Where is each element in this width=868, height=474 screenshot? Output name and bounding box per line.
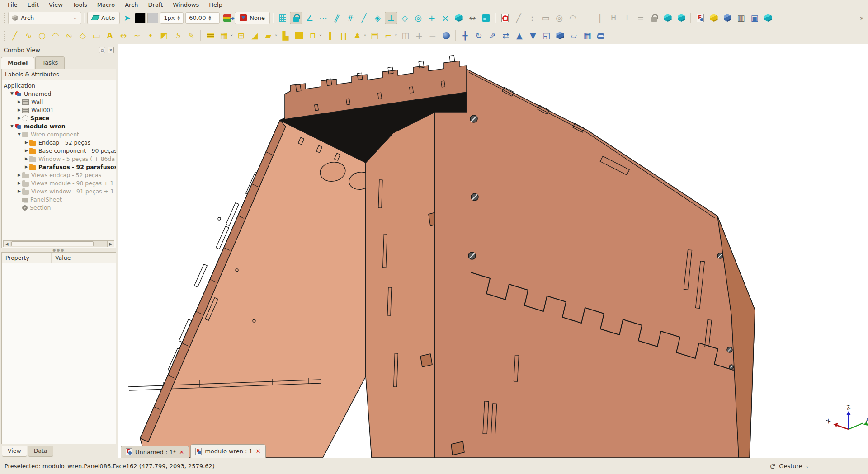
view-isometric-button[interactable] xyxy=(661,12,674,24)
snap-intersection-button[interactable]: + xyxy=(425,12,438,24)
menu-view[interactable]: View xyxy=(44,0,68,9)
property-column-header[interactable]: Property xyxy=(2,253,52,263)
snap-special-button[interactable]: ◈ xyxy=(371,12,384,24)
tree-item-panelsheet[interactable]: PanelSheet xyxy=(2,195,116,203)
menu-windows[interactable]: Windows xyxy=(168,0,204,9)
view-group-blue-button[interactable] xyxy=(721,12,734,24)
3d-model-canvas[interactable]: X Y Z xyxy=(118,44,868,458)
menu-arch[interactable]: Arch xyxy=(120,0,143,9)
view-group-yellow-button[interactable] xyxy=(708,12,720,24)
model-face-middle-strip[interactable] xyxy=(366,112,435,458)
chevron-down-icon[interactable]: ⌄ xyxy=(806,464,809,469)
expander-closed-icon[interactable]: ▶ xyxy=(24,164,29,169)
tree-item-wren-component[interactable]: ▼Wren component xyxy=(2,130,116,138)
property-list-empty[interactable] xyxy=(2,263,116,444)
documentation-button[interactable]: ▥ xyxy=(735,12,747,24)
snap-lock-button[interactable] xyxy=(290,12,302,24)
draft-to-sketch-button[interactable] xyxy=(554,29,566,42)
constrain-distance-x-button[interactable]: H xyxy=(607,12,620,24)
document-tab-modulo-wren[interactable]: modulo wren : 1 ✕ xyxy=(190,444,266,458)
tree-item-window[interactable]: ▶Window - 5 peças ( + 86da Bas xyxy=(2,155,116,163)
draft-scale-button[interactable]: ◱ xyxy=(540,29,553,42)
constrain-distance-y-button[interactable]: I xyxy=(621,12,633,24)
expander-closed-icon[interactable]: ▶ xyxy=(24,140,29,145)
working-plane-auto-button[interactable]: Auto xyxy=(87,12,120,24)
draft-offset-button[interactable]: ⇗ xyxy=(486,29,499,42)
snap-endpoint-button[interactable]: ∠ xyxy=(303,12,316,24)
tab-model[interactable]: Model xyxy=(1,57,34,69)
expander-open-icon[interactable]: ▼ xyxy=(16,132,22,136)
draft-mirror-button[interactable]: ⇄ xyxy=(500,29,512,42)
arch-window-button[interactable]: ⊞ xyxy=(235,29,247,42)
menu-macro[interactable]: Macro xyxy=(92,0,120,9)
expander-closed-icon[interactable]: ▶ xyxy=(16,189,22,193)
arch-equipment-button[interactable]: ▙ xyxy=(279,29,292,42)
draft-shapestring-button[interactable]: S xyxy=(171,29,184,42)
scroll-left-icon[interactable]: ◀ xyxy=(3,240,10,247)
constrain-lock-button[interactable] xyxy=(648,12,660,24)
workbench-selector[interactable]: Arch ⌄ xyxy=(8,12,81,24)
navigation-style-label[interactable]: Gesture xyxy=(779,463,802,469)
arch-add-component-button[interactable]: + xyxy=(413,29,425,42)
draft-line-button[interactable]: ╱ xyxy=(9,29,21,42)
toolbar-overflow-button[interactable]: » xyxy=(859,14,866,22)
draft-upgrade-button[interactable]: ▲ xyxy=(513,29,526,42)
tree-item-wall001[interactable]: ▶Wall001 xyxy=(2,106,116,114)
constrain-points-button[interactable]: : xyxy=(526,12,538,24)
arch-structure-button[interactable]: ▦ xyxy=(217,29,230,42)
scrollbar-thumb[interactable] xyxy=(11,241,94,246)
draft-polygon-button[interactable]: ◇ xyxy=(76,29,89,42)
draft-style-button[interactable]: ➤ xyxy=(121,12,133,24)
expander-closed-icon[interactable]: ▶ xyxy=(24,148,29,153)
snap-parallel-button[interactable]: ∥ xyxy=(330,12,343,24)
chevron-down-icon[interactable]: ⌄ xyxy=(274,32,278,37)
arch-stairs-button[interactable] xyxy=(293,29,306,42)
shape-2d-view-button[interactable]: ▱ xyxy=(567,29,580,42)
tree-item-views-window[interactable]: ▶Views window - 91 peças + 1 xyxy=(2,187,116,195)
constrain-equal-button[interactable]: = xyxy=(634,12,647,24)
expander-open-icon[interactable]: ▼ xyxy=(9,91,15,96)
draft-rotate-button[interactable]: ↻ xyxy=(472,29,485,42)
toggle-grid-button[interactable] xyxy=(276,12,289,24)
text-size-spinbox[interactable]: 60.00 ▲▼ xyxy=(185,12,220,24)
snap-center-button[interactable]: ◎ xyxy=(412,12,425,24)
expander-open-icon[interactable]: ▼ xyxy=(9,124,15,128)
toggle-construction-button[interactable] xyxy=(499,12,511,24)
windows-list-button[interactable]: ▣ xyxy=(748,12,761,24)
draft-polyline-button[interactable]: ∿ xyxy=(22,29,35,42)
snap-near-button[interactable]: ╱ xyxy=(358,12,370,24)
menu-tools[interactable]: Tools xyxy=(68,0,92,9)
draft-array-button[interactable]: ▦ xyxy=(581,29,594,42)
3d-viewport[interactable]: X Y Z Unnamed : 1* ✕ modulo wren : 1 ✕ xyxy=(118,44,868,458)
draft-facebinder-button[interactable]: ◩ xyxy=(158,29,170,42)
draft-downgrade-button[interactable]: ▼ xyxy=(527,29,539,42)
constrain-circle-button[interactable]: ◎ xyxy=(553,12,566,24)
close-icon[interactable]: ✕ xyxy=(256,448,261,455)
draft-move-button[interactable]: ╋ xyxy=(459,29,472,42)
combo-view-titlebar[interactable]: Combo View ▫ ✕ xyxy=(0,44,118,56)
chevron-down-icon[interactable]: ⌄ xyxy=(230,32,233,37)
arch-wall-button[interactable] xyxy=(204,29,217,42)
close-icon[interactable]: ✕ xyxy=(179,449,184,455)
expander-closed-icon[interactable]: ▶ xyxy=(16,99,22,104)
arch-schedule-button[interactable]: ▤ xyxy=(368,29,381,42)
toolbar-handle[interactable] xyxy=(4,13,6,23)
tree-item-unnamed[interactable]: ▼Unnamed xyxy=(2,89,116,98)
tab-tasks[interactable]: Tasks xyxy=(35,56,65,69)
draft-rectangle-button[interactable]: ▭ xyxy=(90,29,103,42)
arch-remove-component-button[interactable]: − xyxy=(426,29,439,42)
snap-midpoint-button[interactable]: ⋯ xyxy=(317,12,330,24)
model-tree[interactable]: Application ▼Unnamed ▶Wall ▶Wall001 ▶Spa… xyxy=(2,80,116,239)
document-tab-unnamed[interactable]: Unnamed : 1* ✕ xyxy=(121,446,189,458)
chevron-down-icon[interactable]: ⌄ xyxy=(319,32,322,37)
draft-bezier-button[interactable]: ~ xyxy=(131,29,143,42)
tree-item-space[interactable]: ▶Space xyxy=(2,114,116,122)
dock-close-icon[interactable]: ✕ xyxy=(108,47,114,53)
expander-closed-icon[interactable]: ▶ xyxy=(24,156,29,161)
snap-angle-button[interactable]: × xyxy=(439,12,452,24)
constrain-horizontal-button[interactable]: — xyxy=(580,12,593,24)
arch-site-button[interactable] xyxy=(594,29,607,42)
tree-item-views-module[interactable]: ▶Views module - 90 peças + 1 xyxy=(2,179,116,187)
tree-item-section[interactable]: Section xyxy=(2,203,116,211)
draft-circle-button[interactable]: ○ xyxy=(36,29,48,42)
